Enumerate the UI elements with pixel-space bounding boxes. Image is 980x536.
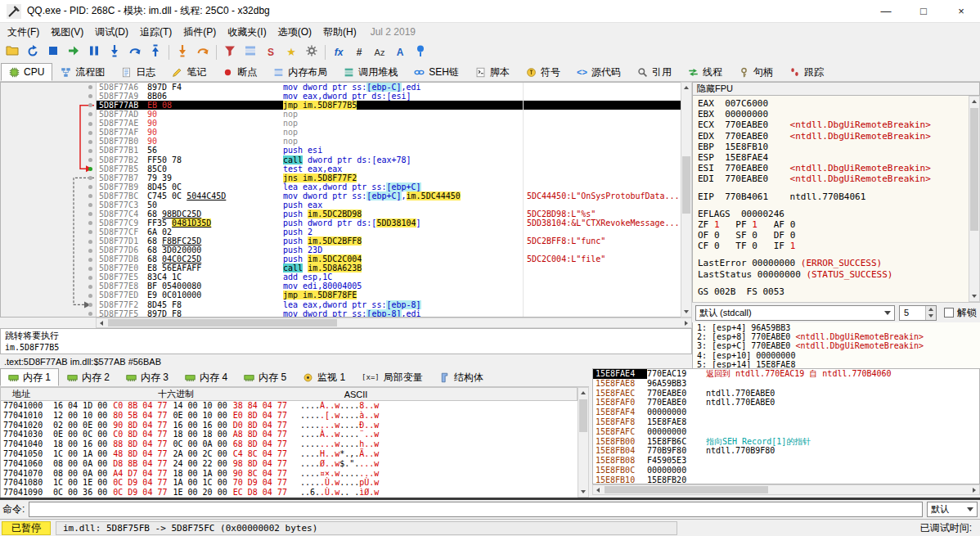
stack-horizontal-scrollbar[interactable]	[592, 484, 980, 495]
disasm-row[interactable]: 5D8F77A98B06mov eax,dword ptr ds:[esi]	[97, 92, 682, 101]
dump-row[interactable]: 7704102002 00 0E 0090 8D 04 7716 00 16 0…	[1, 421, 578, 430]
tab-cpu[interactable]: CPU	[1, 63, 52, 81]
tab-call-stack[interactable]: 调用堆栈	[335, 63, 406, 81]
tab-script[interactable]: 脚本	[467, 63, 518, 81]
close-button[interactable]: ×	[942, 0, 980, 22]
scrollbar-thumb[interactable]	[108, 319, 337, 327]
tab-struct[interactable]: 结构体	[431, 368, 492, 386]
strings-button[interactable]: Az	[370, 43, 389, 62]
fx-button[interactable]: fx	[329, 43, 348, 62]
argument-row[interactable]: 2: [esp+8] 770EABE0 <ntdll.DbgUiRemoteBr…	[697, 332, 980, 341]
assemble-button[interactable]: A	[390, 43, 410, 62]
disasm-row[interactable]: 5D8F77AD90nop	[97, 110, 682, 119]
filter-button[interactable]	[220, 43, 240, 62]
disasm-row[interactable]: 5D8F77B98D45 0Clea eax,dword ptr ss:[ebp…	[97, 182, 682, 191]
scrollbar-thumb[interactable]	[579, 399, 587, 432]
tab-memory-map[interactable]: 内存布局	[265, 63, 335, 81]
register-line[interactable]: EDX 770EABE0 <ntdll.DbgUiRemoteBreakin>	[698, 131, 969, 142]
memmap-small-button[interactable]	[241, 43, 260, 62]
argument-count-stepper[interactable]: 5	[899, 305, 937, 321]
scrollbar-thumb[interactable]	[970, 108, 978, 231]
stop-button[interactable]	[43, 43, 63, 62]
open-file-button[interactable]	[2, 43, 22, 62]
scroll-left-button[interactable]	[593, 485, 603, 494]
tab-trace[interactable]: 跟踪	[781, 63, 832, 81]
register-line[interactable]: CF 0 TF 0 IF 1	[698, 241, 969, 251]
tab-threads[interactable]: 线程	[680, 63, 731, 81]
scroll-left-button[interactable]	[97, 318, 106, 327]
stack-row[interactable]: 15E8FB0015E8FB6C指向SEH_Record[1]的指针	[593, 437, 979, 447]
stack-row[interactable]: 15E8FAE4770EAC19返回到 ntdll.770EAC19 自 ntd…	[593, 369, 979, 379]
menu-item[interactable]: 插件(P)	[178, 24, 222, 41]
register-line[interactable]: EDI 770EABE0 <ntdll.DbgUiRemoteBreakin>	[698, 173, 969, 184]
disasm-row[interactable]: 5D8F77BCC745 0C 5044C45Dmov dword ptr ss…	[97, 191, 682, 200]
scroll-up-button[interactable]	[578, 388, 588, 398]
tab-watch-1[interactable]: 监视 1	[294, 368, 353, 386]
tab-dump-2[interactable]: 内存 2	[59, 368, 118, 386]
star-button[interactable]: ★	[281, 43, 301, 62]
disasm-row[interactable]: 5D8F77AF90nop	[97, 128, 682, 137]
disasm-row[interactable]: 5D8F77B2FF50 78call dword ptr ds:[eax+78…	[97, 155, 682, 164]
disasm-row[interactable]: 5D8F77B585C0test eax,eax	[97, 164, 682, 173]
tab-log[interactable]: 日志	[113, 63, 164, 81]
pin-button[interactable]	[411, 43, 430, 62]
tab-dump-4[interactable]: 内存 4	[177, 368, 236, 386]
tab-dump-5[interactable]: 内存 5	[236, 368, 294, 386]
stack-row[interactable]: 15E8FAFC00000000	[593, 427, 979, 437]
pause-button[interactable]	[84, 43, 104, 62]
dump-row[interactable]: 7704101012 00 10 0080 5B 04 770E 00 10 0…	[1, 411, 578, 421]
disasm-row[interactable]: 5D8F77B779 39jns im.5D8F77F2	[97, 173, 682, 182]
disasm-row[interactable]: 5D8F77F5897D F8mov dword ptr ss:[ebp-8],…	[97, 309, 682, 317]
tab-symbols[interactable]: 符号	[518, 63, 569, 81]
register-line[interactable]: LastError 00000000 (ERROR_SUCCESS)	[698, 258, 969, 268]
unlock-checkbox[interactable]	[944, 308, 954, 318]
register-line[interactable]: ECX 770EABE0 <ntdll.DbgUiRemoteBreakin>	[698, 119, 969, 130]
dump-row[interactable]: 7704107008 00 0A 00A4 D7 04 7718 00 1A 0…	[1, 469, 578, 479]
registers-scrollbar[interactable]	[969, 96, 980, 302]
disasm-row[interactable]: 5D8F77D668 3D020000push 23D	[97, 245, 682, 254]
scroll-right-button[interactable]	[969, 485, 979, 494]
tab-handles[interactable]: 句柄	[731, 63, 781, 81]
trace-over-button[interactable]	[193, 43, 213, 62]
tab-dump-1[interactable]: 内存 1	[0, 368, 59, 386]
disasm-row[interactable]: 5D8F77C350push eax	[97, 200, 682, 209]
register-line[interactable]: EIP 770B4061 ntdll.770B4061	[698, 191, 969, 202]
disasm-row[interactable]: 5D8F77E0E8 56EAFAFFcall im.5D8A623B	[97, 263, 682, 273]
register-line[interactable]: GS 002B FS 0053	[698, 286, 969, 297]
menu-item[interactable]: 文件(F)	[2, 24, 45, 41]
step-over-button[interactable]	[125, 43, 145, 62]
stack-row[interactable]: 15E8FAF815E8FAE8	[593, 417, 979, 427]
trace-into-button[interactable]	[173, 43, 192, 62]
tab-notes[interactable]: 笔记	[164, 63, 214, 81]
run-to-return-button[interactable]	[146, 43, 165, 62]
disasm-row[interactable]: 5D8F77DB68 04C0C25Dpush im.5DC2C0045DC2C…	[97, 254, 682, 263]
disasm-row[interactable]: 5D8F77B156push esi	[97, 146, 682, 155]
disasm-row[interactable]: 5D8F77D168 F8BFC25Dpush im.5DC2BFF85DC2B…	[97, 236, 682, 245]
stack-row[interactable]: 15E8FB08F45905E3	[593, 456, 979, 466]
scroll-down-button[interactable]	[578, 487, 588, 497]
disasm-row[interactable]: 5D8F77CF6A 02push 2	[97, 227, 682, 236]
scroll-up-button[interactable]	[969, 97, 979, 106]
tab-source[interactable]: <>源代码	[569, 63, 629, 81]
menu-item[interactable]: 调试(D)	[89, 24, 134, 41]
disasm-row[interactable]: 5D8F77E8BF 05400080mov edi,80004005	[97, 282, 682, 291]
disasm-row[interactable]: 5D8F77AE90nop	[97, 119, 682, 128]
disasm-row[interactable]: 5D8F77B090nop	[97, 137, 682, 146]
menu-item[interactable]: 帮助(H)	[317, 24, 362, 41]
disasm-row[interactable]: 5D8F77A6897D F4mov dword ptr ss:[ebp-C],…	[97, 83, 682, 92]
scrollbar-thumb[interactable]	[605, 486, 768, 493]
tab-locals[interactable]: [x=]局部变量	[353, 368, 431, 386]
hide-fpu-button[interactable]: 隐藏FPU	[692, 82, 980, 96]
command-input[interactable]	[29, 502, 923, 517]
register-line[interactable]: EBX 00000000	[698, 109, 969, 119]
tab-breakpoints[interactable]: 断点	[214, 63, 265, 81]
register-line[interactable]: ESI 770EABE0 <ntdll.DbgUiRemoteBreakin>	[698, 163, 969, 173]
minimize-button[interactable]: —	[867, 0, 905, 22]
scroll-down-button[interactable]	[969, 291, 979, 301]
disassembly-vertical-scrollbar[interactable]	[681, 82, 692, 318]
tab-seh[interactable]: SEH链	[406, 63, 467, 81]
run-button[interactable]	[64, 43, 83, 62]
disasm-row[interactable]: 5D8F77EDE9 0C010000jmp im.5D8F78FE	[97, 291, 682, 300]
stack-row[interactable]: 15E8FB04770B9F80ntdll.770B9F80	[593, 446, 979, 456]
stack-row[interactable]: 15E8FAF0770EABE0ntdll.770EABE0	[593, 398, 979, 408]
